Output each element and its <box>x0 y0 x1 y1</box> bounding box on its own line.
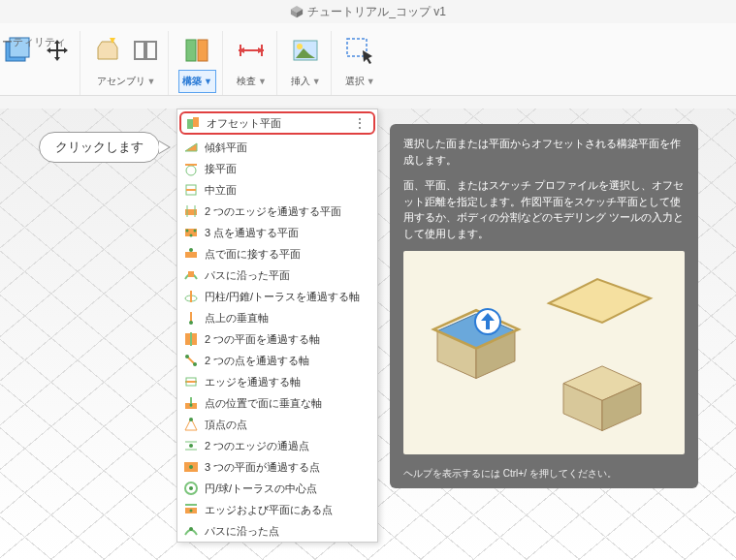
menu-item[interactable]: エッジを通過する軸 <box>177 371 377 392</box>
chevron-down-icon: ▼ <box>147 77 156 86</box>
select-dropdown[interactable]: 選択▼ <box>341 70 379 93</box>
joint-button[interactable] <box>129 34 162 67</box>
svg-rect-57 <box>184 462 189 472</box>
menu-item-icon <box>183 481 199 496</box>
insert-button[interactable] <box>289 34 322 67</box>
menu-item-label: パスに沿った点 <box>205 524 279 539</box>
svg-marker-5 <box>98 42 117 59</box>
menu-item[interactable]: 接平面 <box>177 158 377 179</box>
svg-point-62 <box>189 486 193 490</box>
svg-point-53 <box>189 418 193 421</box>
menu-item-icon <box>183 203 199 219</box>
chevron-down-icon: ▼ <box>312 77 321 86</box>
menu-item-icon <box>183 395 199 411</box>
menu-item-icon <box>183 523 199 539</box>
svg-point-56 <box>189 444 193 448</box>
chevron-down-icon: ▼ <box>258 77 267 86</box>
menu-item-icon <box>183 225 199 240</box>
menu-item-label: 点の位置で面に垂直な軸 <box>205 396 322 411</box>
menu-item-label: 2 つの平面を通過する軸 <box>205 332 320 347</box>
menu-item[interactable]: 頂点の点 <box>177 414 377 435</box>
tooltip-illustration <box>403 251 685 454</box>
menu-item[interactable]: パスに沿った点 <box>177 520 377 542</box>
select-button[interactable] <box>343 34 376 67</box>
menu-item[interactable]: 3 つの平面が通過する点 <box>177 456 377 478</box>
kebab-icon[interactable]: ⋮ <box>353 115 366 131</box>
menu-item-label: オフセット平面 <box>207 116 281 131</box>
menu-item[interactable]: 3 点を通過する平面 <box>177 222 377 243</box>
construct-button[interactable] <box>180 34 213 67</box>
svg-point-65 <box>190 510 193 513</box>
svg-point-66 <box>189 527 193 531</box>
menu-item-label: パスに沿った平面 <box>205 268 290 283</box>
menu-item[interactable]: パスに沿った平面 <box>177 264 377 286</box>
menu-item-icon <box>183 246 199 262</box>
menu-item[interactable]: オフセット平面⋮ <box>179 111 375 135</box>
menu-item-label: 点上の垂直軸 <box>205 311 269 326</box>
assembly-dropdown[interactable]: アセンブリ▼ <box>93 70 160 93</box>
svg-point-45 <box>185 355 189 358</box>
svg-point-32 <box>194 230 197 233</box>
tooltip-panel: 選択した面または平面からオフセットされる構築平面を作成します。 面、平面、または… <box>390 124 698 488</box>
menu-item[interactable]: 傾斜平面 <box>177 137 377 158</box>
menu-item-label: エッジおよび平面にある点 <box>205 503 333 517</box>
tooltip-desc-2: 面、平面、またはスケッチ プロファイルを選択し、オフセット距離を指定します。作図… <box>403 177 685 241</box>
menu-item-label: 点で面に接する平面 <box>205 247 301 262</box>
menu-item-icon <box>183 289 199 304</box>
svg-point-51 <box>190 404 193 407</box>
inspect-button[interactable] <box>235 34 268 67</box>
menu-item[interactable]: 中立面 <box>177 179 377 201</box>
svg-point-40 <box>189 321 193 325</box>
svg-rect-34 <box>185 252 197 258</box>
menu-item[interactable]: 2 つの平面を通過する軸 <box>177 328 377 350</box>
inspect-dropdown[interactable]: 検査▼ <box>233 70 271 93</box>
svg-marker-22 <box>185 143 197 151</box>
svg-rect-36 <box>188 271 194 277</box>
menu-item[interactable]: 2 つのエッジの通過点 <box>177 435 377 456</box>
menu-item-label: 中立面 <box>205 183 237 198</box>
menu-item-icon <box>183 310 199 326</box>
svg-rect-8 <box>146 42 156 59</box>
main-toolbar: アセンブリ▼ 構築▼ 検査▼ 挿入▼ <box>0 23 736 96</box>
up-arrow-icon <box>473 307 502 336</box>
svg-rect-9 <box>186 40 196 61</box>
new-component-button[interactable] <box>90 34 123 67</box>
menu-item-icon <box>183 374 199 389</box>
utilities-tab-label: ーティリティ <box>2 35 66 49</box>
chevron-down-icon: ▼ <box>367 77 375 86</box>
menu-item[interactable]: 円柱/円錐/トーラスを通過する軸 <box>177 286 377 307</box>
menu-item-label: 頂点の点 <box>205 418 247 432</box>
svg-rect-59 <box>194 462 198 472</box>
svg-rect-7 <box>135 42 144 59</box>
insert-dropdown[interactable]: 挿入▼ <box>287 70 325 93</box>
menu-item-label: 円柱/円錐/トーラスを通過する軸 <box>205 290 360 304</box>
menu-item[interactable]: 円/球/トーラスの中心点 <box>177 478 377 499</box>
menu-item[interactable]: 点上の垂直軸 <box>177 307 377 328</box>
menu-item[interactable]: エッジおよび平面にある点 <box>177 499 377 520</box>
svg-point-23 <box>186 166 196 175</box>
menu-item-icon <box>183 459 199 475</box>
menu-item[interactable]: 2 つの点を通過する軸 <box>177 350 377 371</box>
svg-rect-20 <box>187 119 193 129</box>
construct-dropdown[interactable]: 構築▼ <box>178 70 216 93</box>
tooltip-desc-1: 選択した面または平面からオフセットされる構築平面を作成します。 <box>403 136 685 168</box>
svg-rect-10 <box>198 40 208 61</box>
viewport[interactable]: クリックします オフセット平面⋮傾斜平面接平面中立面2 つのエッジを通過する平面… <box>0 109 736 560</box>
menu-item-icon <box>183 267 199 283</box>
menu-item[interactable]: 2 つのエッジを通過する平面 <box>177 201 377 222</box>
svg-point-35 <box>189 248 193 252</box>
menu-item[interactable]: 点の位置で面に垂直な軸 <box>177 392 377 414</box>
menu-item-label: 3 つの平面が通過する点 <box>205 460 320 475</box>
svg-point-31 <box>186 230 189 233</box>
menu-item[interactable]: 点で面に接する平面 <box>177 243 377 264</box>
titlebar: チュートリアル_コップ v1 <box>0 0 736 23</box>
menu-item-icon <box>185 115 201 131</box>
menu-item-icon <box>183 140 199 155</box>
svg-point-60 <box>189 465 193 469</box>
svg-point-17 <box>297 44 303 49</box>
menu-item-icon <box>183 331 199 347</box>
menu-item-label: 傾斜平面 <box>205 140 247 155</box>
tooltip-footer: ヘルプを表示するには Ctrl+/ を押してください。 <box>403 466 685 481</box>
menu-item-icon <box>183 353 199 368</box>
menu-item-label: エッジを通過する軸 <box>205 375 301 389</box>
